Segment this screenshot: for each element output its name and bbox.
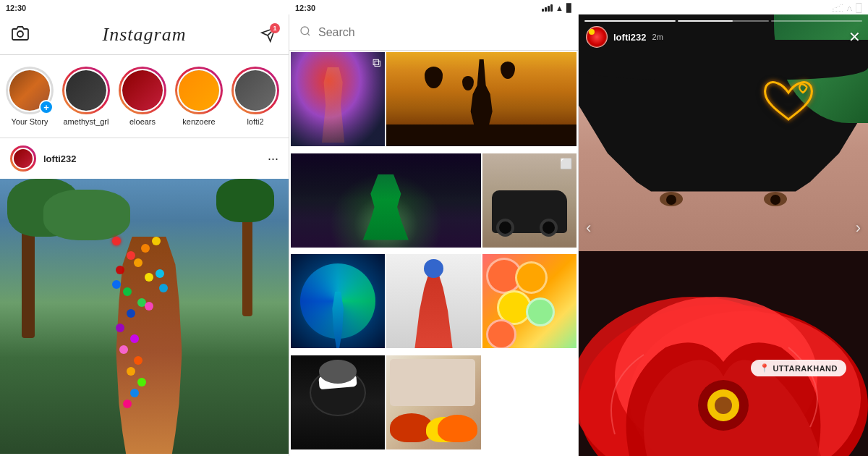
story-close-button[interactable]: ✕ bbox=[848, 28, 861, 46]
location-pin-icon: 📍 bbox=[760, 363, 770, 373]
explore-cell-spices[interactable] bbox=[386, 355, 480, 449]
post-user-avatar[interactable] bbox=[10, 145, 36, 172]
story-time: 2m bbox=[652, 33, 663, 41]
story-label-amethyst: amethyst_grl bbox=[64, 117, 109, 126]
camera-button[interactable] bbox=[12, 25, 29, 45]
explore-cell-dancer[interactable] bbox=[386, 254, 480, 348]
explore-panel: 12:30 ▲ ▊ ⧉ bbox=[289, 0, 579, 456]
battery-icon-2: ▊ bbox=[566, 4, 572, 13]
search-icon bbox=[299, 25, 311, 40]
signal-icon-3 bbox=[832, 4, 843, 12]
post-user-info: lofti232 bbox=[10, 145, 77, 172]
progress-bar-3 bbox=[771, 20, 862, 22]
story-canvas bbox=[579, 0, 868, 456]
eye-right bbox=[764, 192, 787, 206]
svg-point-0 bbox=[17, 31, 23, 37]
post-header: lofti232 ··· bbox=[0, 138, 289, 179]
feed-post-image bbox=[0, 179, 289, 454]
camera-icon: ⬜ bbox=[560, 158, 572, 169]
progress-bar-2 bbox=[678, 20, 769, 22]
story-label-your-story: Your Story bbox=[12, 117, 48, 126]
story-progress-bars bbox=[584, 20, 862, 22]
explore-cell-singer[interactable] bbox=[291, 355, 385, 449]
search-input[interactable] bbox=[318, 26, 568, 39]
story-avatar[interactable] bbox=[586, 26, 608, 48]
story-status-time: 12:30 bbox=[584, 4, 605, 12]
story-item-your-story[interactable]: + Your Story bbox=[6, 67, 54, 126]
explore-status-icons: ▲ ▊ bbox=[542, 4, 572, 13]
flower-large bbox=[579, 203, 868, 456]
story-item-kenzoere[interactable]: kenzoere bbox=[175, 67, 223, 126]
story-panel: 12:30 ▲ ▊ lofti232 bbox=[579, 0, 868, 456]
location-tag[interactable]: 📍 UTTARAKHAND bbox=[751, 360, 846, 376]
story-item-eloears[interactable]: eloears bbox=[119, 67, 166, 126]
search-bar bbox=[289, 14, 578, 51]
story-header: lofti232 2m ✕ bbox=[586, 26, 861, 48]
story-prev-button[interactable]: ‹ bbox=[586, 219, 591, 237]
story-next-button[interactable]: › bbox=[856, 219, 861, 237]
svg-line-4 bbox=[307, 33, 310, 35]
feed-status-time: 12:30 bbox=[6, 4, 26, 12]
location-name: UTTARAKHAND bbox=[773, 364, 838, 373]
story-status-bar: 12:30 ▲ ▊ bbox=[579, 0, 868, 14]
post-more-button[interactable]: ··· bbox=[268, 151, 278, 166]
eye-left bbox=[660, 192, 683, 206]
multi-image-icon: ⧉ bbox=[373, 56, 380, 69]
gems-overlay bbox=[0, 179, 289, 454]
story-user-info: lofti232 2m bbox=[586, 26, 663, 48]
story-label-eloears: eloears bbox=[129, 117, 156, 126]
explore-cell-citrus[interactable] bbox=[482, 254, 576, 348]
explore-cell-concert[interactable]: ⧉ bbox=[291, 52, 385, 146]
story-label-kenzoere: kenzoere bbox=[182, 117, 215, 126]
feed-header: Instagram 1 bbox=[0, 14, 289, 55]
wifi-icon-2: ▲ bbox=[556, 4, 563, 12]
signal-icon-2 bbox=[542, 4, 553, 12]
heart-doodle bbox=[752, 72, 825, 133]
battery-icon-3: ▊ bbox=[856, 4, 862, 13]
feed-panel: 12:30 ▲ ▊ Instagram bbox=[0, 0, 289, 456]
story-label-lofti2: lofti2 bbox=[247, 117, 263, 126]
progress-bar-1 bbox=[584, 20, 676, 22]
stories-row: + Your Story amethyst_grl bbox=[0, 55, 289, 138]
explore-cell-performer[interactable] bbox=[291, 153, 481, 248]
notification-badge: 1 bbox=[270, 23, 280, 33]
story-item-amethyst[interactable]: amethyst_grl bbox=[62, 67, 110, 126]
wifi-icon-3: ▲ bbox=[846, 4, 854, 12]
svg-point-3 bbox=[301, 27, 309, 35]
explore-cell-temple[interactable] bbox=[386, 52, 576, 146]
explore-cell-peacock[interactable] bbox=[291, 254, 385, 348]
svg-point-11 bbox=[715, 397, 732, 414]
explore-status-bar: 12:30 ▲ ▊ bbox=[289, 0, 578, 14]
explore-grid: ⧉ ⬜ bbox=[289, 51, 578, 456]
direct-message-button[interactable]: 1 bbox=[260, 26, 277, 43]
story-status-icons: ▲ ▊ bbox=[832, 4, 862, 13]
post-username: lofti232 bbox=[43, 153, 77, 164]
instagram-logo: Instagram bbox=[103, 24, 187, 46]
story-username: lofti232 bbox=[613, 32, 647, 43]
add-story-button[interactable]: + bbox=[39, 100, 54, 114]
explore-status-time: 12:30 bbox=[295, 4, 315, 12]
feed-status-bar: 12:30 ▲ ▊ bbox=[0, 0, 289, 14]
story-item-lofti2[interactable]: lofti2 bbox=[231, 67, 279, 126]
explore-cell-moto[interactable]: ⬜ bbox=[482, 153, 576, 248]
